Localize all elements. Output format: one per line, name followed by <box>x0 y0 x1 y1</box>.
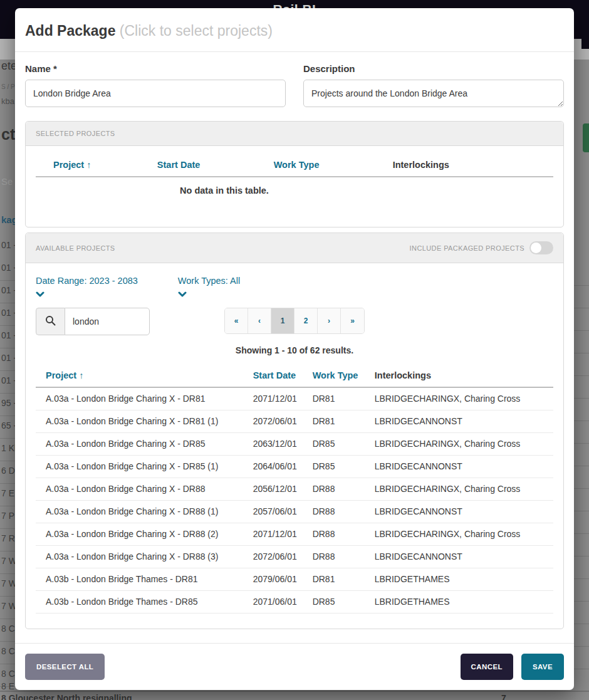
cell-start-date: 2071/12/01 <box>248 387 308 410</box>
selected-sort-work-type[interactable]: Work Type <box>274 160 320 170</box>
cell-work-type: DR88 <box>308 500 370 523</box>
selected-projects-table: Project ↑ Start Date Work Type Interlock… <box>36 154 553 224</box>
table-row[interactable]: A.03a - London Bridge Charing X - DR85 2… <box>36 432 553 455</box>
pagination-next-button[interactable]: › <box>318 308 341 333</box>
cell-work-type: DR88 <box>308 545 370 568</box>
available-projects-title: AVAILABLE PROJECTS <box>36 244 115 252</box>
cell-interlockings: LBRIDGECANNONST <box>370 410 553 432</box>
chevron-down-icon <box>178 289 240 299</box>
empty-row: No data in this table. <box>36 177 553 224</box>
cell-work-type: DR81 <box>308 387 370 410</box>
cell-interlockings: LBRIDGETHAMES <box>370 568 553 590</box>
footer-actions: CANCEL SAVE <box>461 654 564 680</box>
background-text-fragment: 95 - <box>0 398 16 408</box>
include-packaged-toggle[interactable] <box>529 241 553 254</box>
cell-work-type: DR81 <box>308 568 370 590</box>
cell-interlockings: LBRIDGECANNONST <box>370 545 553 568</box>
background-row-count: 7 <box>501 693 506 700</box>
search-icon-addon <box>36 308 65 335</box>
save-button[interactable]: SAVE <box>521 654 564 680</box>
name-label: Name * <box>25 63 286 74</box>
selected-projects-body: Project ↑ Start Date Work Type Interlock… <box>26 146 563 227</box>
background-text-fragment: S / P <box>0 83 15 90</box>
filters-row: Date Range: 2023 - 2083 Work Types: All <box>36 276 553 299</box>
cell-start-date: 2063/12/01 <box>248 432 308 455</box>
cell-project: A.03a - London Bridge Charing X - DR88 (… <box>36 523 248 545</box>
available-sort-work-type[interactable]: Work Type <box>313 370 358 380</box>
cell-start-date: 2072/06/01 <box>248 410 308 432</box>
table-row[interactable]: A.03b - London Bridge Thames - DR85 2071… <box>36 590 553 613</box>
cell-project: A.03a - London Bridge Charing X - DR88 (… <box>36 500 248 523</box>
modal-title-text: Add Package <box>25 23 115 39</box>
pagination-page-2-button[interactable]: 2 <box>294 308 318 333</box>
background-text-fragment: 7 W <box>0 578 17 588</box>
pagination-prev-button[interactable]: ‹ <box>248 308 271 333</box>
table-row[interactable]: A.03b - London Bridge Thames - DR81 2079… <box>36 568 553 590</box>
background-text-fragment: 6 D <box>0 466 15 476</box>
column-label: Project <box>46 370 76 380</box>
background-navbar-right-edge <box>581 0 589 49</box>
available-sort-start-date[interactable]: Start Date <box>253 370 296 380</box>
background-text-fragment: 1 Kl <box>0 443 16 453</box>
background-text-fragment: 01 - <box>0 263 16 273</box>
table-row[interactable]: A.03a - London Bridge Charing X - DR88 (… <box>36 523 553 545</box>
cell-project: A.03a - London Bridge Charing X - DR81 (… <box>36 410 248 432</box>
selected-projects-title: SELECTED PROJECTS <box>36 130 115 137</box>
cell-project: A.03a - London Bridge Charing X - DR88 <box>36 478 248 500</box>
description-input[interactable]: Projects around the London Bridge Area <box>303 80 564 107</box>
background-text-fragment: 7 P <box>0 511 14 521</box>
sort-asc-icon: ↑ <box>79 370 83 380</box>
selected-column-interlockings: Interlockings <box>388 154 553 177</box>
modal-title: Add Package (Click to select projects) <box>25 23 564 39</box>
column-label: Project <box>53 160 84 170</box>
table-row[interactable]: A.03a - London Bridge Charing X - DR85 (… <box>36 455 553 478</box>
cancel-button[interactable]: CANCEL <box>461 654 513 680</box>
deselect-all-button[interactable]: DESELECT ALL <box>25 654 105 680</box>
modal-body: Name * Description Projects around the L… <box>15 52 574 643</box>
cell-start-date: 2071/06/01 <box>248 590 308 613</box>
cell-interlockings: LBRIDGECANNONST <box>370 455 553 478</box>
fields-row: Name * Description Projects around the L… <box>25 63 564 110</box>
background-text-fragment: 7 R <box>0 533 15 543</box>
cell-work-type: DR81 <box>308 410 370 432</box>
available-projects-table: Project ↑ Start Date Work Type Interlock… <box>36 364 553 614</box>
modal-subtitle: (Click to select projects) <box>120 23 273 39</box>
cell-work-type: DR88 <box>308 478 370 500</box>
date-range-filter[interactable]: Date Range: 2023 - 2083 <box>36 276 138 299</box>
available-projects-panel: AVAILABLE PROJECTS INCLUDE PACKAGED PROJ… <box>25 232 564 629</box>
chevron-down-icon <box>36 289 138 299</box>
available-sort-project[interactable]: Project ↑ <box>46 370 83 380</box>
selected-sort-project[interactable]: Project ↑ <box>53 160 91 170</box>
background-text-fragment: 8 C <box>0 646 15 656</box>
pagination-last-button[interactable]: » <box>341 308 364 333</box>
cell-start-date: 2072/06/01 <box>248 545 308 568</box>
table-row[interactable]: A.03a - London Bridge Charing X - DR81 (… <box>36 410 553 432</box>
background-text-fragment: 01 - <box>0 240 16 250</box>
search-pagination-row: « ‹ 1 2 › » <box>36 308 553 335</box>
pagination: « ‹ 1 2 › » <box>224 308 365 334</box>
toggle-knob <box>531 243 541 253</box>
cell-interlockings: LBRIDGETHAMES <box>370 590 553 613</box>
pagination-page-1-button[interactable]: 1 <box>271 308 294 333</box>
name-field-group: Name * <box>25 63 286 110</box>
background-text-fragment: 8 E <box>0 681 14 691</box>
table-row[interactable]: A.03a - London Bridge Charing X - DR88 (… <box>36 500 553 523</box>
cell-project: A.03b - London Bridge Thames - DR85 <box>36 590 248 613</box>
date-range-label: Date Range: 2023 - 2083 <box>36 276 138 286</box>
pagination-first-button[interactable]: « <box>225 308 248 333</box>
description-field-group: Description Projects around the London B… <box>303 63 564 110</box>
table-row[interactable]: A.03a - London Bridge Charing X - DR88 2… <box>36 478 553 500</box>
name-input[interactable] <box>25 80 286 107</box>
cell-project: A.03a - London Bridge Charing X - DR85 <box>36 432 248 455</box>
selected-sort-start-date[interactable]: Start Date <box>157 160 201 170</box>
cell-interlockings: LBRIDGECHARINGX, Charing Cross <box>370 523 553 545</box>
cell-start-date: 2064/06/01 <box>248 455 308 478</box>
cell-project: A.03b - London Bridge Thames - DR81 <box>36 568 248 590</box>
background-table-lines-right <box>574 263 589 690</box>
background-text-fragment: 8 C <box>0 669 15 679</box>
table-row[interactable]: A.03a - London Bridge Charing X - DR81 2… <box>36 387 553 410</box>
project-search-input[interactable] <box>65 308 150 335</box>
background-text-fragment: 01 - <box>0 375 16 385</box>
work-types-filter[interactable]: Work Types: All <box>178 276 240 299</box>
table-row[interactable]: A.03a - London Bridge Charing X - DR88 (… <box>36 545 553 568</box>
